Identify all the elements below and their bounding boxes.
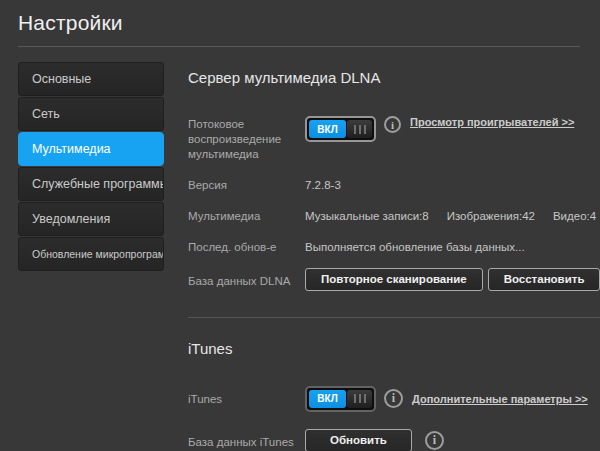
refresh-button[interactable]: Обновить <box>305 429 412 451</box>
version-label: Версия <box>188 178 305 193</box>
toggle-grip-icon[interactable] <box>347 120 372 138</box>
toggle-grip-icon[interactable] <box>347 390 372 408</box>
video-count: Видео:4 <box>553 210 596 222</box>
info-icon[interactable]: i <box>384 389 403 408</box>
last-update-row: Послед. обнов-е Выполняется обновление б… <box>188 240 600 255</box>
itunes-section-title: iTunes <box>188 340 600 357</box>
dlna-database-row: База данных DLNA Повторное сканирование … <box>188 268 600 291</box>
itunes-toggle[interactable]: ВКЛ <box>305 386 376 412</box>
sidebar-item-utilities[interactable]: Служебные программы <box>18 167 164 201</box>
additional-options-link[interactable]: Дополнительные параметры >> <box>412 393 588 405</box>
version-value: 7.2.8-3 <box>305 178 341 193</box>
itunes-label: iTunes <box>188 386 305 412</box>
media-streaming-label: Потоковое воспроизведение мультимедиа <box>188 113 305 162</box>
itunes-database-row: База данных iTunes Обновить i <box>188 429 600 451</box>
multimedia-counts-row: Мультимедиа Музыкальные записи:8 Изображ… <box>188 209 600 224</box>
page-header: Настройки <box>0 0 600 47</box>
multimedia-label: Мультимедиа <box>188 209 305 224</box>
version-row: Версия 7.2.8-3 <box>188 178 600 193</box>
info-icon[interactable]: i <box>425 431 444 450</box>
images-count: Изображения:42 <box>447 210 535 222</box>
view-media-players-link[interactable]: Просмотр проигрывателей >> <box>410 116 574 128</box>
sidebar-item-firmware-update[interactable]: Обновление микропрограммы <box>18 237 164 271</box>
toggle-on-label: ВКЛ <box>309 120 346 138</box>
media-streaming-row: Потоковое воспроизведение мультимедиа ВК… <box>188 113 600 162</box>
music-count: Музыкальные записи:8 <box>305 210 429 222</box>
sidebar-item-media[interactable]: Мультимедиа <box>18 132 164 166</box>
itunes-toggle-row: iTunes ВКЛ i Дополнительные параметры >> <box>188 386 600 412</box>
itunes-database-label: База данных iTunes <box>188 429 305 451</box>
sidebar-item-general[interactable]: Основные <box>18 62 164 96</box>
settings-sidebar: Основные Сеть Мультимедиа Служебные прог… <box>18 62 164 272</box>
section-divider <box>188 317 600 318</box>
toggle-on-label: ВКЛ <box>309 390 346 408</box>
page-title: Настройки <box>18 11 582 35</box>
dlna-database-label: База данных DLNA <box>188 268 305 291</box>
rebuild-button[interactable]: Восстановить <box>488 268 600 291</box>
info-icon[interactable]: i <box>384 116 401 133</box>
media-streaming-toggle[interactable]: ВКЛ <box>305 116 376 142</box>
rescan-button[interactable]: Повторное сканирование <box>305 268 483 291</box>
sidebar-item-notifications[interactable]: Уведомления <box>18 202 164 236</box>
dlna-section-title: Сервер мультимедиа DLNA <box>188 69 600 86</box>
last-update-status: Выполняется обновление базы данных... <box>305 240 525 255</box>
last-update-label: Послед. обнов-е <box>188 240 305 255</box>
settings-content: Сервер мультимедиа DLNA Потоковое воспро… <box>164 62 600 451</box>
sidebar-item-network[interactable]: Сеть <box>18 97 164 131</box>
